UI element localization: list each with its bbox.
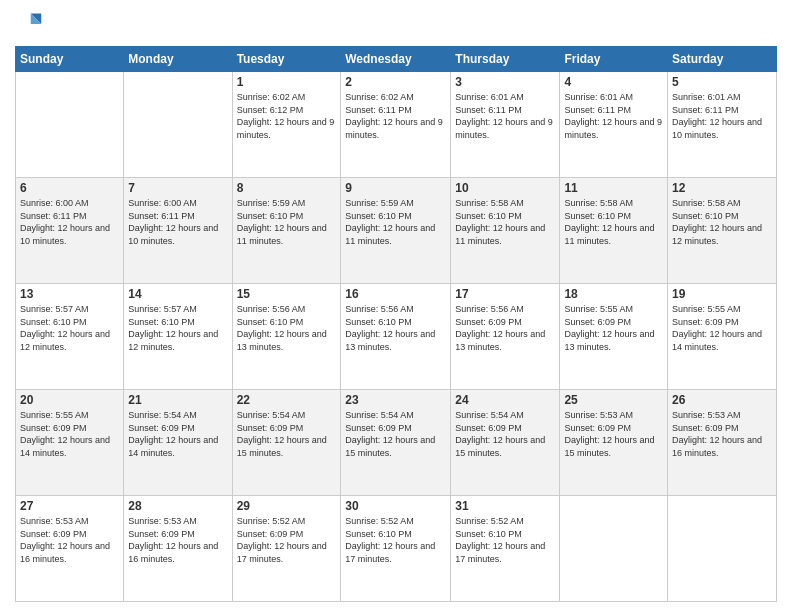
calendar-cell: 18Sunrise: 5:55 AM Sunset: 6:09 PM Dayli…: [560, 284, 668, 390]
day-header-wednesday: Wednesday: [341, 47, 451, 72]
day-number: 29: [237, 499, 337, 513]
day-number: 1: [237, 75, 337, 89]
day-info: Sunrise: 5:52 AM Sunset: 6:09 PM Dayligh…: [237, 515, 337, 565]
day-info: Sunrise: 5:52 AM Sunset: 6:10 PM Dayligh…: [455, 515, 555, 565]
day-number: 26: [672, 393, 772, 407]
day-info: Sunrise: 5:58 AM Sunset: 6:10 PM Dayligh…: [672, 197, 772, 247]
day-info: Sunrise: 5:59 AM Sunset: 6:10 PM Dayligh…: [345, 197, 446, 247]
calendar-cell: 2Sunrise: 6:02 AM Sunset: 6:11 PM Daylig…: [341, 72, 451, 178]
day-info: Sunrise: 5:53 AM Sunset: 6:09 PM Dayligh…: [20, 515, 119, 565]
calendar-cell: 21Sunrise: 5:54 AM Sunset: 6:09 PM Dayli…: [124, 390, 232, 496]
calendar-cell: 11Sunrise: 5:58 AM Sunset: 6:10 PM Dayli…: [560, 178, 668, 284]
calendar-week-row: 1Sunrise: 6:02 AM Sunset: 6:12 PM Daylig…: [16, 72, 777, 178]
day-number: 10: [455, 181, 555, 195]
calendar-cell: 16Sunrise: 5:56 AM Sunset: 6:10 PM Dayli…: [341, 284, 451, 390]
page: SundayMondayTuesdayWednesdayThursdayFrid…: [0, 0, 792, 612]
day-info: Sunrise: 6:02 AM Sunset: 6:12 PM Dayligh…: [237, 91, 337, 141]
calendar-cell: 29Sunrise: 5:52 AM Sunset: 6:09 PM Dayli…: [232, 496, 341, 602]
calendar-cell: 20Sunrise: 5:55 AM Sunset: 6:09 PM Dayli…: [16, 390, 124, 496]
day-info: Sunrise: 5:56 AM Sunset: 6:10 PM Dayligh…: [345, 303, 446, 353]
day-number: 6: [20, 181, 119, 195]
calendar-header-row: SundayMondayTuesdayWednesdayThursdayFrid…: [16, 47, 777, 72]
day-info: Sunrise: 5:55 AM Sunset: 6:09 PM Dayligh…: [564, 303, 663, 353]
day-info: Sunrise: 6:02 AM Sunset: 6:11 PM Dayligh…: [345, 91, 446, 141]
calendar-cell: 8Sunrise: 5:59 AM Sunset: 6:10 PM Daylig…: [232, 178, 341, 284]
day-number: 14: [128, 287, 227, 301]
header: [15, 10, 777, 38]
calendar-cell: [560, 496, 668, 602]
calendar-cell: [16, 72, 124, 178]
day-number: 12: [672, 181, 772, 195]
calendar-cell: 5Sunrise: 6:01 AM Sunset: 6:11 PM Daylig…: [668, 72, 777, 178]
day-number: 2: [345, 75, 446, 89]
day-info: Sunrise: 5:55 AM Sunset: 6:09 PM Dayligh…: [672, 303, 772, 353]
calendar-cell: 23Sunrise: 5:54 AM Sunset: 6:09 PM Dayli…: [341, 390, 451, 496]
day-info: Sunrise: 5:59 AM Sunset: 6:10 PM Dayligh…: [237, 197, 337, 247]
calendar-cell: 28Sunrise: 5:53 AM Sunset: 6:09 PM Dayli…: [124, 496, 232, 602]
calendar-week-row: 6Sunrise: 6:00 AM Sunset: 6:11 PM Daylig…: [16, 178, 777, 284]
day-number: 28: [128, 499, 227, 513]
calendar-cell: 10Sunrise: 5:58 AM Sunset: 6:10 PM Dayli…: [451, 178, 560, 284]
day-info: Sunrise: 5:53 AM Sunset: 6:09 PM Dayligh…: [672, 409, 772, 459]
calendar-cell: 26Sunrise: 5:53 AM Sunset: 6:09 PM Dayli…: [668, 390, 777, 496]
calendar-cell: 9Sunrise: 5:59 AM Sunset: 6:10 PM Daylig…: [341, 178, 451, 284]
day-info: Sunrise: 5:54 AM Sunset: 6:09 PM Dayligh…: [345, 409, 446, 459]
day-number: 15: [237, 287, 337, 301]
day-header-saturday: Saturday: [668, 47, 777, 72]
calendar-cell: 13Sunrise: 5:57 AM Sunset: 6:10 PM Dayli…: [16, 284, 124, 390]
day-number: 17: [455, 287, 555, 301]
day-number: 5: [672, 75, 772, 89]
day-info: Sunrise: 6:01 AM Sunset: 6:11 PM Dayligh…: [564, 91, 663, 141]
calendar-table: SundayMondayTuesdayWednesdayThursdayFrid…: [15, 46, 777, 602]
day-number: 7: [128, 181, 227, 195]
day-number: 25: [564, 393, 663, 407]
calendar-cell: 3Sunrise: 6:01 AM Sunset: 6:11 PM Daylig…: [451, 72, 560, 178]
day-info: Sunrise: 5:57 AM Sunset: 6:10 PM Dayligh…: [128, 303, 227, 353]
calendar-cell: 7Sunrise: 6:00 AM Sunset: 6:11 PM Daylig…: [124, 178, 232, 284]
day-info: Sunrise: 5:53 AM Sunset: 6:09 PM Dayligh…: [128, 515, 227, 565]
day-number: 21: [128, 393, 227, 407]
day-header-sunday: Sunday: [16, 47, 124, 72]
calendar-cell: [124, 72, 232, 178]
day-info: Sunrise: 6:00 AM Sunset: 6:11 PM Dayligh…: [128, 197, 227, 247]
calendar-cell: 15Sunrise: 5:56 AM Sunset: 6:10 PM Dayli…: [232, 284, 341, 390]
day-number: 13: [20, 287, 119, 301]
day-info: Sunrise: 5:57 AM Sunset: 6:10 PM Dayligh…: [20, 303, 119, 353]
day-number: 22: [237, 393, 337, 407]
day-number: 9: [345, 181, 446, 195]
day-info: Sunrise: 5:52 AM Sunset: 6:10 PM Dayligh…: [345, 515, 446, 565]
day-info: Sunrise: 6:00 AM Sunset: 6:11 PM Dayligh…: [20, 197, 119, 247]
day-number: 11: [564, 181, 663, 195]
day-number: 27: [20, 499, 119, 513]
calendar-cell: 4Sunrise: 6:01 AM Sunset: 6:11 PM Daylig…: [560, 72, 668, 178]
day-info: Sunrise: 5:58 AM Sunset: 6:10 PM Dayligh…: [564, 197, 663, 247]
day-header-tuesday: Tuesday: [232, 47, 341, 72]
day-number: 18: [564, 287, 663, 301]
day-header-friday: Friday: [560, 47, 668, 72]
day-number: 20: [20, 393, 119, 407]
calendar-cell: 22Sunrise: 5:54 AM Sunset: 6:09 PM Dayli…: [232, 390, 341, 496]
calendar-cell: 25Sunrise: 5:53 AM Sunset: 6:09 PM Dayli…: [560, 390, 668, 496]
calendar-week-row: 20Sunrise: 5:55 AM Sunset: 6:09 PM Dayli…: [16, 390, 777, 496]
calendar-cell: 14Sunrise: 5:57 AM Sunset: 6:10 PM Dayli…: [124, 284, 232, 390]
day-number: 16: [345, 287, 446, 301]
day-header-thursday: Thursday: [451, 47, 560, 72]
day-number: 24: [455, 393, 555, 407]
day-info: Sunrise: 5:54 AM Sunset: 6:09 PM Dayligh…: [237, 409, 337, 459]
calendar-cell: [668, 496, 777, 602]
day-number: 23: [345, 393, 446, 407]
calendar-cell: 24Sunrise: 5:54 AM Sunset: 6:09 PM Dayli…: [451, 390, 560, 496]
calendar-cell: 17Sunrise: 5:56 AM Sunset: 6:09 PM Dayli…: [451, 284, 560, 390]
day-info: Sunrise: 6:01 AM Sunset: 6:11 PM Dayligh…: [455, 91, 555, 141]
day-info: Sunrise: 6:01 AM Sunset: 6:11 PM Dayligh…: [672, 91, 772, 141]
day-number: 31: [455, 499, 555, 513]
day-info: Sunrise: 5:54 AM Sunset: 6:09 PM Dayligh…: [455, 409, 555, 459]
day-number: 30: [345, 499, 446, 513]
logo-icon: [15, 10, 43, 38]
day-info: Sunrise: 5:58 AM Sunset: 6:10 PM Dayligh…: [455, 197, 555, 247]
calendar-cell: 27Sunrise: 5:53 AM Sunset: 6:09 PM Dayli…: [16, 496, 124, 602]
day-number: 19: [672, 287, 772, 301]
day-number: 3: [455, 75, 555, 89]
day-info: Sunrise: 5:55 AM Sunset: 6:09 PM Dayligh…: [20, 409, 119, 459]
calendar-week-row: 27Sunrise: 5:53 AM Sunset: 6:09 PM Dayli…: [16, 496, 777, 602]
